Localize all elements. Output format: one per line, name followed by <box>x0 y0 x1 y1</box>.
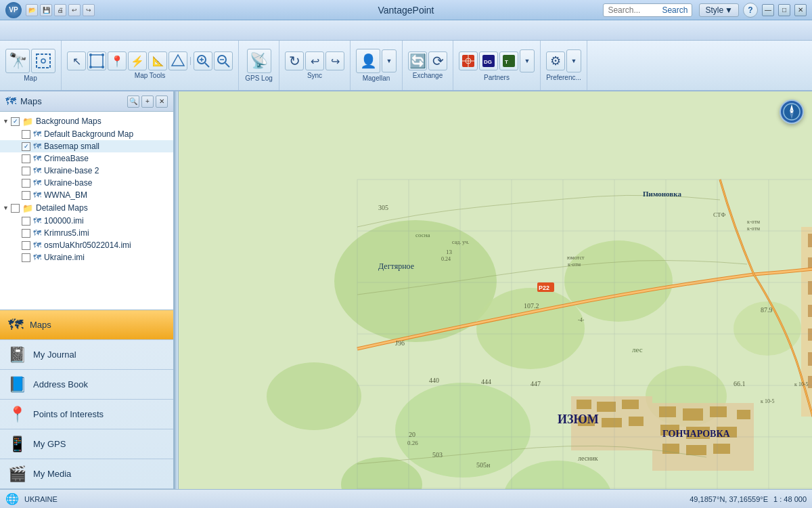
open-btn[interactable]: 📂 <box>26 4 38 16</box>
100000-checkbox[interactable] <box>22 217 30 226</box>
map-area[interactable]: 305 J96 440 444 447 503 506 532 542 547 … <box>179 91 812 489</box>
sync-fwd-button[interactable]: ↪ <box>325 51 344 70</box>
crimea-base-checkbox[interactable] <box>22 154 30 163</box>
tree-item[interactable]: 🗺 CrimeaBase <box>0 152 173 165</box>
bg-maps-checkbox[interactable] <box>11 117 20 126</box>
tree-item[interactable]: 🗺 WWNA_BM <box>0 189 173 201</box>
exchange-group-label: Exchange <box>413 72 443 79</box>
tree-item[interactable]: 🗺 Krimrus5.imi <box>0 227 173 239</box>
tree-item[interactable]: 🗺 Ukraine-base <box>0 177 173 189</box>
status-country: UKRAINE <box>24 495 58 503</box>
help-button[interactable]: ? <box>743 3 758 18</box>
content-area: 🗺 Maps 🔍 + ✕ ▼ 📁 Background Maps <box>0 91 812 489</box>
compass[interactable] <box>780 100 804 124</box>
basemap-small-checkbox[interactable] <box>22 142 30 151</box>
tree-item[interactable]: 🗺 Default Background Map <box>0 128 173 140</box>
partners-dropdown[interactable]: ▼ <box>520 49 535 72</box>
detailed-maps-group[interactable]: ▼ 📁 Detailed Maps <box>0 201 173 215</box>
prefs-button[interactable]: ⚙ <box>546 51 565 70</box>
restore-button[interactable]: □ <box>778 4 790 16</box>
krimrus5-checkbox[interactable] <box>22 229 30 238</box>
svg-text:440: 440 <box>429 377 439 384</box>
ukraine-base2-checkbox[interactable] <box>22 167 30 175</box>
media-nav-icon: 🎬 <box>8 465 26 483</box>
close-button[interactable]: ✕ <box>794 4 807 16</box>
gps-log-button[interactable]: 📡 <box>247 49 271 73</box>
osmua-checkbox[interactable] <box>22 241 30 250</box>
search-area[interactable]: Search <box>603 3 692 17</box>
ukraine-base-checkbox[interactable] <box>22 179 30 188</box>
svg-marker-7 <box>172 55 184 66</box>
default-bg-checkbox[interactable] <box>22 130 30 139</box>
bg-maps-folder-icon: 📁 <box>22 117 33 127</box>
main-toolbar: 🔭 Map ↖ 📍 ⚡ <box>0 41 812 91</box>
prefs-dropdown[interactable]: ▼ <box>566 49 581 72</box>
maps-tree: ▼ 📁 Background Maps 🗺 Default Background… <box>0 112 173 310</box>
topo-button[interactable]: T <box>499 51 518 70</box>
map-partner-button[interactable] <box>459 51 478 70</box>
toolbar-container <box>0 20 812 41</box>
search-input[interactable] <box>608 5 662 15</box>
svg-point-28 <box>564 240 673 322</box>
tree-item[interactable]: 🗺 Basemap small <box>0 140 173 152</box>
close-maps-button[interactable]: ✕ <box>156 96 168 108</box>
binoculars-button[interactable]: 🔭 <box>5 49 30 73</box>
statusbar-right: 49,1857°N, 37,16559°E 1 : 48 000 <box>690 495 807 503</box>
exchange2-button[interactable]: ⟳ <box>428 51 447 70</box>
map-item-icon: 🗺 <box>33 216 41 226</box>
transform-tool[interactable] <box>87 51 106 70</box>
magellan-button[interactable]: 👤 <box>356 49 380 73</box>
nav-maps[interactable]: 🗺 Maps <box>0 310 173 340</box>
nav-my-journal[interactable]: 📓 My Journal <box>0 340 173 370</box>
svg-line-13 <box>225 63 229 67</box>
undo-btn[interactable]: ↩ <box>68 4 81 16</box>
nav-points-of-interests[interactable]: 📍 Points of Interests <box>0 400 173 429</box>
dg-button[interactable]: DG <box>479 51 498 70</box>
search-maps-button[interactable]: 🔍 <box>127 96 139 108</box>
pin-tool[interactable]: 📍 <box>108 51 127 70</box>
magellan-dropdown[interactable]: ▼ <box>382 49 397 72</box>
detailed-maps-checkbox[interactable] <box>11 204 20 213</box>
nav-my-gps[interactable]: 📱 My GPS <box>0 429 173 459</box>
measure-tool[interactable]: 📐 <box>148 51 167 70</box>
add-maps-button[interactable]: + <box>141 96 154 108</box>
ukraine-imi-label: Ukraine.imi <box>44 253 85 262</box>
sidebar: 🗺 Maps 🔍 + ✕ ▼ 📁 Background Maps <box>0 91 175 489</box>
tree-item[interactable]: 🗺 100000.imi <box>0 215 173 227</box>
tree-item[interactable]: 🗺 Ukraine.imi <box>0 251 173 263</box>
svg-text:66.1: 66.1 <box>734 380 746 387</box>
svg-text:444: 444 <box>481 378 491 385</box>
style-button[interactable]: Style ▼ <box>699 3 739 17</box>
lightning-tool[interactable]: ⚡ <box>128 51 147 70</box>
tree-item[interactable]: 🗺 osmUaKhr05022014.imi <box>0 239 173 251</box>
refresh-button[interactable]: ↻ <box>285 51 304 70</box>
zoom-area-button[interactable] <box>31 49 55 73</box>
zoom-out-button[interactable] <box>214 51 233 70</box>
wwna-bm-checkbox[interactable] <box>22 191 30 200</box>
background-maps-group[interactable]: ▼ 📁 Background Maps <box>0 114 173 128</box>
save-btn[interactable]: 💾 <box>40 4 52 16</box>
svg-rect-0 <box>37 54 50 68</box>
minimize-button[interactable]: — <box>762 4 774 16</box>
pointer-tool[interactable]: ↖ <box>67 51 86 70</box>
maps-panel-header-left: 🗺 Maps <box>5 96 42 108</box>
zoom-in-button[interactable] <box>194 51 212 70</box>
area-tool[interactable] <box>168 51 187 70</box>
gps-nav-label: My GPS <box>33 439 66 449</box>
panel-actions: 🔍 + ✕ <box>127 96 168 108</box>
tree-item[interactable]: 🗺 Ukraine-base 2 <box>0 165 173 177</box>
nav-my-media[interactable]: 🎬 My Media <box>0 459 173 489</box>
svg-rect-74 <box>686 445 706 455</box>
print-btn[interactable]: 🖨 <box>54 4 66 16</box>
svg-point-6 <box>102 66 104 68</box>
maps-nav-icon: 🗺 <box>8 316 23 334</box>
svg-rect-77 <box>577 400 591 409</box>
redo-btn[interactable]: ↪ <box>83 4 95 16</box>
svg-rect-66 <box>659 406 676 417</box>
nav-address-book[interactable]: 📘 Address Book <box>0 370 173 400</box>
titlebar: VP 📂 💾 🖨 ↩ ↪ VantagePoint Search Style ▼… <box>0 0 812 20</box>
svg-text:Р22: Р22 <box>539 284 549 291</box>
exchange-button[interactable]: 🔄 <box>408 51 427 70</box>
ukraine-imi-checkbox[interactable] <box>22 253 30 262</box>
sync-back-button[interactable]: ↩ <box>305 51 324 70</box>
